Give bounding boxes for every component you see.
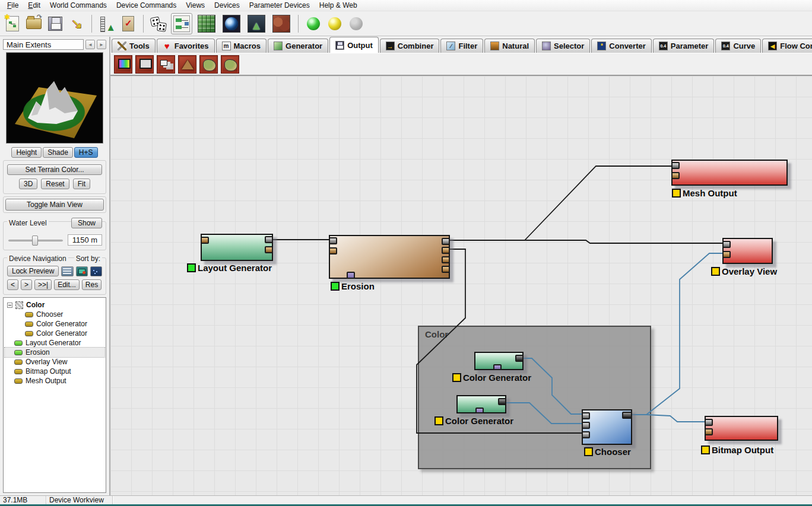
tree-item-bitmap-output[interactable]: Bitmap Output [5, 367, 104, 376]
tab-curve[interactable]: 0.4Curve [715, 39, 761, 53]
water-level-slider[interactable] [7, 235, 64, 246]
input-port[interactable] [705, 419, 713, 426]
sort-device-icon[interactable] [76, 266, 88, 276]
output-port[interactable] [515, 355, 524, 362]
texture-view-icon[interactable] [271, 13, 292, 34]
output-port[interactable] [498, 398, 506, 405]
tab-tools[interactable]: Tools [112, 39, 156, 53]
enabled-indicator[interactable] [434, 416, 443, 425]
output-port[interactable] [442, 266, 450, 273]
tab-output[interactable]: Output [329, 37, 379, 53]
build-light-gray-icon[interactable] [347, 15, 365, 33]
tab-flow-control[interactable]: ◀Flow Control [762, 39, 812, 53]
build-light-green-icon[interactable] [304, 15, 322, 33]
scene-export-icon-1[interactable] [199, 55, 218, 74]
extents-selector[interactable]: Main Extents [3, 39, 84, 50]
new-world-icon[interactable] [4, 15, 21, 33]
menu-help-web[interactable]: Help & Web [315, 0, 362, 11]
nav-last-button[interactable]: >>| [34, 279, 52, 290]
nav-res-button[interactable]: Res [82, 279, 102, 290]
tab-converter[interactable]: *Converter [591, 39, 651, 53]
3d-button[interactable]: 3D [19, 179, 37, 189]
slider-thumb[interactable] [32, 236, 38, 246]
output-port[interactable] [265, 236, 273, 243]
reset-button[interactable]: Reset [41, 179, 69, 189]
project-settings-icon[interactable] [119, 15, 137, 33]
output-port[interactable] [622, 412, 632, 419]
toggle-main-view-button[interactable]: Toggle Main View [5, 199, 104, 211]
show-water-button[interactable]: Show [71, 218, 102, 228]
menu-world-commands[interactable]: World Commands [45, 0, 112, 11]
input-port[interactable] [329, 237, 337, 244]
device-workview-icon[interactable] [171, 13, 192, 34]
tree-item-layout-generator[interactable]: Layout Generator [5, 338, 104, 348]
tab-natural[interactable]: Natural [484, 39, 535, 53]
node-color-generator-1[interactable] [474, 352, 524, 370]
menu-parameter-devices[interactable]: Parameter Devices [245, 0, 315, 11]
input-port[interactable] [582, 431, 590, 438]
input-port[interactable] [722, 251, 731, 258]
input-port[interactable] [671, 172, 680, 179]
tree-item-color-generator-2[interactable]: Color Generator [5, 329, 104, 338]
collapse-icon[interactable] [7, 303, 12, 308]
tab-filter[interactable]: ∕Filter [440, 39, 483, 53]
fit-button[interactable]: Fit [73, 179, 90, 189]
shade-mode-button[interactable]: Shade [43, 147, 73, 158]
scene-export-icon-2[interactable] [221, 55, 239, 74]
enabled-indicator[interactable] [187, 263, 196, 272]
enabled-indicator[interactable] [711, 267, 720, 276]
input-port[interactable] [582, 412, 590, 419]
output-port[interactable] [442, 238, 450, 245]
menu-device-commands[interactable]: Device Commands [112, 0, 181, 11]
input-port[interactable] [722, 241, 731, 248]
height-shade-mode-button[interactable]: H+S [74, 147, 98, 158]
node-mesh-output[interactable] [671, 160, 788, 186]
node-bitmap-output[interactable] [705, 416, 778, 441]
sort-list-icon[interactable] [61, 266, 73, 276]
random-seed-dice-icon[interactable] [150, 15, 167, 33]
device-pointer-icon[interactable]: ↘ [68, 15, 85, 33]
enabled-indicator[interactable] [701, 445, 710, 454]
build-light-yellow-icon[interactable] [326, 15, 344, 33]
menu-devices[interactable]: Devices [210, 0, 245, 11]
input-port[interactable] [329, 247, 337, 254]
open-world-icon[interactable] [25, 15, 43, 33]
nav-edit-button[interactable]: Edit... [54, 279, 80, 290]
output-port[interactable] [442, 247, 450, 254]
node-layout-generator[interactable] [201, 234, 273, 261]
tiled-files-output-icon[interactable] [157, 55, 175, 74]
tree-item-erosion[interactable]: Erosion [5, 348, 104, 357]
tab-favorites[interactable]: ♥Favorites [157, 39, 215, 53]
height-mode-button[interactable]: Height [11, 147, 42, 158]
output-port[interactable] [265, 246, 273, 253]
output-port[interactable] [442, 256, 450, 263]
water-level-value[interactable]: 1150 m [68, 234, 102, 246]
world-extents-icon[interactable] [98, 15, 116, 33]
tree-item-color-generator-1[interactable]: Color Generator [5, 319, 104, 329]
tab-selector[interactable]: Selector [536, 39, 590, 53]
input-port[interactable] [671, 162, 680, 169]
menu-edit[interactable]: Edit [23, 0, 45, 11]
layout-view-icon[interactable] [196, 13, 217, 34]
extents-prev-icon[interactable]: ◄ [85, 40, 95, 49]
tree-item-color-group[interactable]: Color [5, 300, 104, 310]
tree-item-overlay-view[interactable]: Overlay View [5, 357, 104, 367]
terrain-preview[interactable] [6, 52, 103, 144]
tab-generator[interactable]: Generator [268, 39, 328, 53]
extents-next-icon[interactable]: ► [97, 40, 106, 49]
tree-item-chooser[interactable]: Chooser [5, 310, 104, 319]
node-erosion[interactable] [329, 235, 450, 279]
bitmap-output-icon[interactable] [114, 55, 132, 74]
input-port[interactable] [705, 428, 713, 435]
tab-combiner[interactable]: →Combiner [380, 39, 440, 53]
input-port[interactable] [582, 422, 590, 429]
heightfield-output-icon[interactable] [135, 55, 154, 74]
menu-file[interactable]: FFileile [2, 0, 23, 11]
tab-macros[interactable]: mMacros [216, 39, 267, 53]
parameter-port[interactable] [493, 364, 502, 370]
parameter-port[interactable] [475, 408, 484, 413]
parameter-port[interactable] [347, 272, 355, 279]
menu-views[interactable]: Views [181, 0, 210, 11]
enabled-indicator[interactable] [584, 447, 593, 456]
3d-view-icon[interactable] [246, 13, 267, 34]
